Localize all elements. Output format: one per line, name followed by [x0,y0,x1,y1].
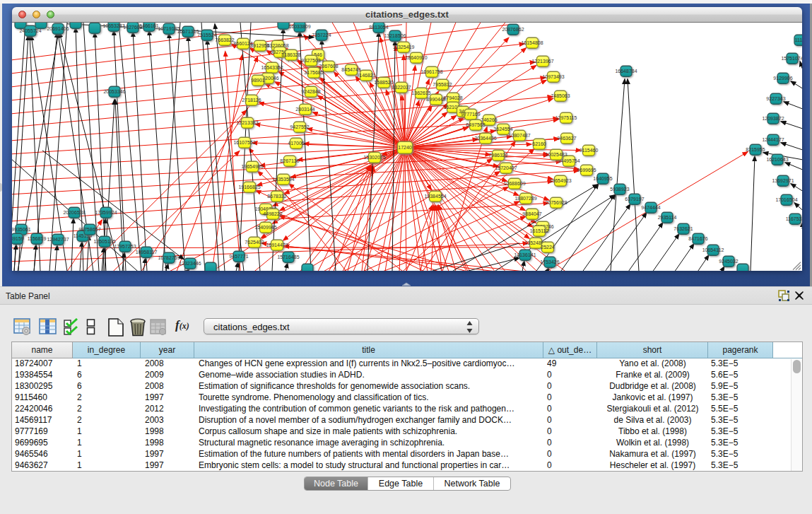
svg-text:5938923: 5938923 [610,186,629,191]
svg-text:2718126: 2718126 [242,97,261,102]
svg-text:7357224: 7357224 [312,32,331,37]
svg-text:9884047: 9884047 [522,211,541,216]
svg-text:17016504: 17016504 [775,197,797,201]
svg-text:7625402: 7625402 [245,239,264,244]
svg-text:20053346: 20053346 [103,88,125,93]
svg-text:8322037: 8322037 [392,84,411,89]
svg-text:16648784: 16648784 [615,68,637,73]
svg-text:15302075: 15302075 [363,154,385,159]
svg-text:12213383: 12213383 [236,119,258,124]
svg-text:16914479: 16914479 [266,242,288,247]
svg-text:99758657: 99758657 [78,226,100,231]
svg-text:9245032: 9245032 [719,258,738,263]
svg-text:15409945: 15409945 [254,224,276,229]
svg-text:62160: 62160 [532,141,546,146]
svg-text:16961758: 16961758 [420,69,442,74]
svg-text:4498222: 4498222 [263,211,282,216]
svg-text:25224: 25224 [541,244,555,249]
svg-text:9327503: 9327503 [301,57,320,62]
svg-text:9146821: 9146821 [356,72,375,77]
svg-text:3175685: 3175685 [304,69,323,74]
svg-text:1167533: 1167533 [786,216,802,221]
svg-text:7663822: 7663822 [215,37,234,42]
svg-text:8454749: 8454749 [341,66,360,71]
svg-text:16033809: 16033809 [288,23,310,28]
svg-text:7986322: 7986322 [488,152,507,157]
svg-text:16671315: 16671315 [177,28,199,33]
svg-text:9427552: 9427552 [290,124,309,129]
svg-text:10807487: 10807487 [508,132,530,137]
svg-text:9699695: 9699695 [577,167,596,172]
svg-text:8267130: 8267130 [280,158,299,163]
svg-text:20206538: 20206538 [63,209,85,214]
svg-text:9777169: 9777169 [461,111,480,116]
svg-text:14136141: 14136141 [514,252,536,257]
svg-text:9463627: 9463627 [557,135,576,140]
svg-text:12975115: 12975115 [555,115,577,119]
svg-text:10973493: 10973493 [542,74,564,78]
svg-text:12323446: 12323446 [179,260,201,265]
svg-text:746266: 746266 [481,117,497,122]
svg-text:6466161: 6466161 [139,23,158,28]
svg-text:7955812: 7955812 [433,81,452,86]
svg-text:8471676: 8471676 [688,235,707,240]
svg-text:6379197: 6379197 [625,196,644,201]
svg-text:17957253: 17957253 [114,243,136,248]
svg-text:1753426: 1753426 [540,259,559,264]
svg-text:17240: 17240 [398,144,412,149]
svg-text:7485063: 7485063 [551,93,570,98]
svg-text:16154808: 16154808 [521,40,543,45]
svg-text:1112: 1112 [795,37,802,42]
svg-text:417006: 417006 [288,140,304,145]
svg-text:17359924: 17359924 [95,209,117,214]
svg-text:9129906: 9129906 [773,75,792,80]
svg-text:16210643: 16210643 [766,156,788,161]
svg-text:13218506: 13218506 [384,33,406,37]
svg-text:18640910: 18640910 [405,54,427,59]
svg-text:14353594: 14353594 [272,176,294,181]
svg-text:20691406: 20691406 [47,25,69,30]
svg-text:98901: 98901 [251,77,265,82]
svg-text:6497568: 6497568 [466,122,485,127]
svg-text:12093872: 12093872 [762,115,784,120]
svg-text:9474444: 9474444 [641,204,660,209]
svg-text:19166825: 19166825 [238,184,260,189]
svg-text:3624554: 3624554 [493,126,512,131]
svg-text:8813054: 8813054 [369,24,388,29]
svg-text:9115460: 9115460 [579,147,599,152]
svg-text:10025483: 10025483 [545,151,567,156]
svg-text:2367608: 2367608 [319,63,338,68]
svg-text:12213967: 12213967 [531,58,553,63]
svg-text:1362615: 1362615 [411,90,430,95]
svg-text:10688609: 10688609 [503,180,525,185]
svg-text:1640955: 1640955 [593,175,612,180]
svg-text:39159: 39159 [12,235,24,240]
svg-text:9242848: 9242848 [301,88,320,93]
svg-text:12505135: 12505135 [93,238,115,243]
svg-text:2935114: 2935114 [658,214,677,219]
svg-text:7632621: 7632621 [673,226,693,230]
svg-text:12444177: 12444177 [762,136,784,141]
svg-text:2803144: 2803144 [295,106,314,111]
svg-text:16782759: 16782759 [158,255,180,259]
svg-text:12942737: 12942737 [47,236,69,241]
svg-text:20756928: 20756928 [545,199,567,204]
svg-text:19654985: 19654985 [241,163,263,168]
svg-text:16543362: 16543362 [261,64,283,69]
svg-text:20876862: 20876862 [502,26,524,31]
svg-text:10653287: 10653287 [102,23,124,28]
svg-text:19654923: 19654923 [549,177,571,182]
svg-text:16107552: 16107552 [233,139,255,144]
svg-text:20364436: 20364436 [474,135,496,140]
svg-text:1588520: 1588520 [374,79,393,84]
svg-text:10958117: 10958117 [136,249,158,254]
svg-text:15720407: 15720407 [495,165,517,170]
svg-text:8186328: 8186328 [281,52,300,57]
svg-text:9935061: 9935061 [12,226,31,231]
svg-text:1156819: 1156819 [28,235,47,240]
svg-text:9457771: 9457771 [229,253,248,258]
svg-text:9227343: 9227343 [766,95,785,100]
svg-text:7515524: 7515524 [197,32,216,37]
svg-text:19384554: 19384554 [424,193,446,198]
svg-text:8215955: 8215955 [746,146,765,151]
